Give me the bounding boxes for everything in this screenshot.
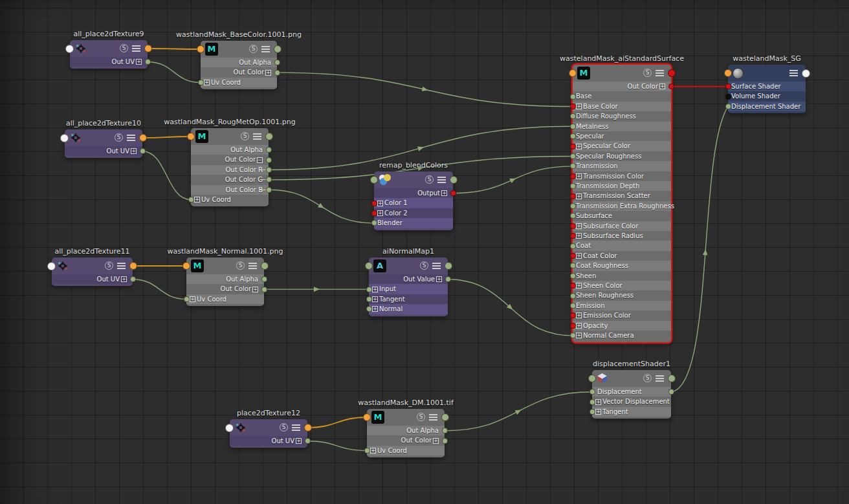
output-port[interactable] bbox=[274, 70, 280, 76]
output-port[interactable] bbox=[274, 60, 280, 65]
attr-row-base-color[interactable]: +Base Color bbox=[573, 102, 671, 111]
node-surface[interactable]: MSOut Color+Base+Base ColorDiffuse Rough… bbox=[573, 65, 671, 342]
input-port[interactable] bbox=[570, 113, 576, 119]
node-output-port[interactable] bbox=[802, 69, 810, 78]
node-input-port[interactable] bbox=[363, 413, 371, 421]
attr-row-uv-coord[interactable]: +Uv Coord bbox=[191, 195, 269, 204]
input-port[interactable] bbox=[364, 448, 370, 454]
attr-row-displacement[interactable]: Displacement bbox=[592, 387, 671, 397]
attr-row-out-color[interactable]: Out Color+ bbox=[367, 435, 445, 445]
row-display-menu-icon[interactable] bbox=[261, 46, 270, 52]
output-port[interactable] bbox=[442, 428, 448, 433]
attr-row-tangent[interactable]: +Tangent bbox=[369, 294, 448, 304]
node-disp[interactable]: SDisplacement+Vector Displacement+Tangen… bbox=[592, 370, 671, 419]
input-port[interactable] bbox=[725, 104, 731, 109]
attr-row-subsurface-radius[interactable]: +Subsurface Radius bbox=[573, 231, 671, 241]
attr-row-base[interactable]: Base bbox=[573, 91, 671, 101]
attr-row-opacity[interactable]: +Opacity bbox=[573, 321, 671, 331]
input-port[interactable] bbox=[570, 153, 576, 159]
expand-icon[interactable]: + bbox=[659, 83, 665, 89]
attr-row-metalness[interactable]: Metalness bbox=[573, 122, 671, 131]
output-port[interactable] bbox=[668, 83, 674, 89]
node-output-port[interactable] bbox=[129, 262, 137, 270]
input-port[interactable] bbox=[725, 94, 731, 100]
attr-row-transmission-scatter[interactable]: +Transmission Scatter bbox=[573, 191, 671, 201]
expand-icon[interactable]: + bbox=[265, 70, 271, 76]
node-input-port[interactable] bbox=[370, 176, 378, 184]
attr-row-specular[interactable]: Specular bbox=[573, 131, 671, 141]
expand-icon[interactable]: + bbox=[441, 190, 447, 196]
node-output-port[interactable] bbox=[445, 262, 452, 270]
node-p2d11[interactable]: SOut UV+ bbox=[52, 257, 133, 286]
input-port[interactable] bbox=[570, 243, 576, 249]
expand-icon[interactable]: + bbox=[372, 296, 378, 302]
expand-icon[interactable]: + bbox=[136, 59, 142, 65]
node-output-port[interactable] bbox=[304, 424, 312, 432]
input-port[interactable] bbox=[371, 210, 377, 216]
expand-icon[interactable]: + bbox=[194, 197, 200, 203]
attr-row-specular-roughness[interactable]: Specular Roughness bbox=[573, 151, 671, 161]
attr-row-emission[interactable]: Emission bbox=[573, 301, 671, 311]
input-port[interactable] bbox=[570, 173, 576, 179]
attr-row-out-color[interactable]: Out Color− bbox=[191, 155, 269, 164]
input-port[interactable] bbox=[590, 409, 595, 415]
node-editor-canvas[interactable]: all_place2dTexture9SOut UV+wastlandMask_… bbox=[0, 0, 849, 504]
expand-icon[interactable]: + bbox=[576, 193, 582, 199]
input-port[interactable] bbox=[570, 203, 576, 209]
attr-row-emission-color[interactable]: +Emission Color bbox=[573, 311, 671, 320]
expand-icon[interactable]: + bbox=[372, 287, 378, 292]
output-port[interactable] bbox=[668, 389, 674, 395]
node-input-port[interactable] bbox=[197, 45, 204, 53]
node-input-port[interactable] bbox=[588, 375, 596, 382]
expand-icon[interactable]: + bbox=[576, 253, 582, 259]
expand-icon[interactable]: + bbox=[576, 312, 582, 318]
input-port[interactable] bbox=[570, 312, 576, 318]
attr-row-specular-color[interactable]: +Specular Color bbox=[573, 141, 671, 151]
input-port[interactable] bbox=[570, 193, 576, 199]
attr-row-out-color[interactable]: Out Color+ bbox=[573, 82, 671, 91]
node-output-port[interactable] bbox=[139, 134, 147, 142]
expand-icon[interactable]: + bbox=[576, 104, 582, 109]
node-file_rmo[interactable]: MSOut AlphaOut Color−Out Color ROut Colo… bbox=[191, 128, 269, 206]
attr-row-tangent[interactable]: +Tangent bbox=[592, 407, 671, 417]
attr-row-diffuse-roughness[interactable]: Diffuse Roughness bbox=[573, 111, 671, 121]
attr-row-uv-coord[interactable]: +Uv Coord bbox=[367, 446, 445, 455]
node-input-port[interactable] bbox=[225, 424, 234, 432]
attr-row-color-2[interactable]: +Color 2 bbox=[374, 208, 453, 218]
attr-row-blender[interactable]: Blender bbox=[374, 218, 453, 228]
node-sg[interactable]: Surface ShaderVolume ShaderDisplacement … bbox=[728, 65, 806, 113]
attr-row-out-alpha[interactable]: Out Alpha bbox=[186, 274, 264, 284]
expand-icon[interactable]: + bbox=[576, 173, 582, 179]
input-port[interactable] bbox=[570, 263, 576, 268]
node-input-port[interactable] bbox=[569, 69, 577, 77]
output-port[interactable] bbox=[140, 148, 146, 154]
node-output-port[interactable] bbox=[144, 45, 152, 52]
attr-row-coat-color[interactable]: +Coat Color bbox=[573, 251, 671, 261]
output-port[interactable] bbox=[130, 276, 136, 282]
output-port[interactable] bbox=[266, 147, 272, 153]
input-port[interactable] bbox=[570, 94, 576, 100]
node-input-port[interactable] bbox=[724, 69, 732, 77]
attr-row-surface-shader[interactable]: Surface Shader bbox=[728, 82, 806, 91]
node-output-port[interactable] bbox=[261, 262, 269, 270]
row-display-menu-icon[interactable] bbox=[117, 263, 126, 269]
attr-row-transmission-extra-roughness[interactable]: Transmission Extra Roughness bbox=[573, 201, 671, 211]
node-ainm[interactable]: ASOut Value++Input+Tangent+Normal bbox=[369, 257, 448, 316]
attr-row-sheen-color[interactable]: +Sheen Color bbox=[573, 281, 671, 290]
row-display-menu-icon[interactable] bbox=[127, 135, 135, 141]
expand-icon[interactable]: + bbox=[576, 333, 582, 338]
attr-row-subsurface-color[interactable]: +Subsurface Color bbox=[573, 221, 671, 231]
output-port[interactable] bbox=[145, 59, 151, 65]
expand-icon[interactable]: + bbox=[576, 144, 582, 149]
output-port[interactable] bbox=[266, 177, 272, 182]
attr-row-out-value[interactable]: Out Value+ bbox=[369, 274, 448, 284]
input-port[interactable] bbox=[570, 323, 576, 329]
input-port[interactable] bbox=[570, 223, 576, 229]
node-p2d12[interactable]: SOut UV+ bbox=[230, 419, 307, 448]
node-output-port[interactable] bbox=[441, 413, 449, 421]
attr-row-input[interactable]: +Input bbox=[369, 284, 448, 294]
node-file_dm[interactable]: MSOut AlphaOut Color++Uv Coord bbox=[367, 409, 445, 457]
attr-row-out-uv[interactable]: Out UV+ bbox=[65, 146, 142, 156]
node-input-port[interactable] bbox=[182, 262, 190, 270]
attr-row-transmission-depth[interactable]: Transmission Depth bbox=[573, 181, 671, 191]
